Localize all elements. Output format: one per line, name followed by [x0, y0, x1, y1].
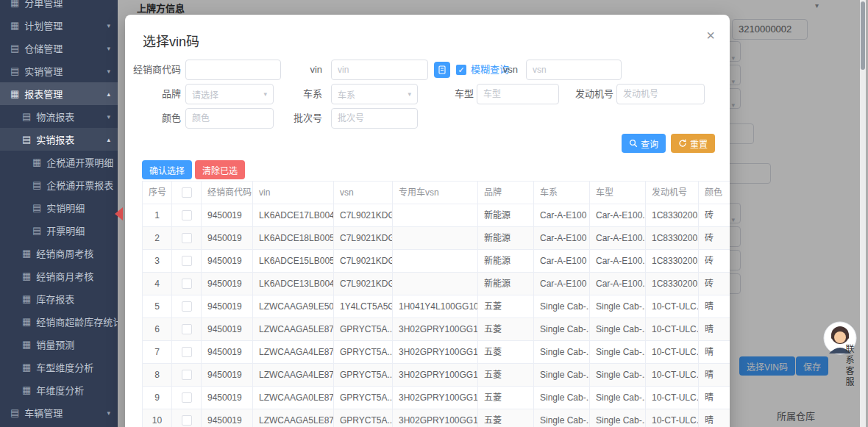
- sidebar-item-label: 实销管理: [24, 64, 63, 78]
- search-button[interactable]: 查询: [622, 134, 666, 153]
- cell-vin: LZWCAAGA5LE8758...: [253, 409, 334, 427]
- scrollbar-thumb[interactable]: [861, 1, 865, 70]
- sidebar-item-label: 计划管理: [24, 18, 63, 32]
- color-label: 颜色: [127, 108, 181, 129]
- cell-engine: 10-CT-ULC...: [646, 364, 699, 387]
- sidebar-item-sales-detail[interactable]: ▤ 实销明细: [0, 196, 118, 219]
- cell-series: Single Cab-...: [534, 295, 590, 318]
- sidebar-item-vehicle[interactable]: ▤ 车辆管理 ▾: [0, 401, 118, 424]
- select-all-checkbox[interactable]: [182, 187, 192, 198]
- sidebar-item-model-analysis[interactable]: ▦ 车型维度分析: [0, 356, 118, 378]
- dealer-code-input[interactable]: [185, 60, 281, 80]
- sidebar-item-order-split[interactable]: ▦ 分单管理: [0, 0, 118, 14]
- series-select[interactable]: 车系 ▾: [331, 84, 418, 104]
- chevron-down-icon: ▾: [107, 45, 110, 52]
- cell-vsn: GPRYCT5A...: [334, 364, 393, 387]
- row-checkbox[interactable]: [182, 415, 192, 426]
- row-checkbox[interactable]: [182, 256, 192, 266]
- series-placeholder: 车系: [338, 88, 355, 101]
- sidebar-item-logistics-report[interactable]: ▤ 物流报表 ▾: [0, 105, 118, 128]
- sidebar-item-invoice-detail[interactable]: ▦ 企税通开票明细: [0, 151, 118, 173]
- row-checkbox[interactable]: [182, 347, 192, 357]
- sidebar-item-plan[interactable]: ▦ 计划管理 ▾: [0, 14, 118, 37]
- scrollbar-track[interactable]: [860, 0, 866, 427]
- document-icon: [438, 65, 447, 74]
- sidebar-item-label: 经销商月考核: [36, 269, 93, 283]
- cell-special-vsn: 3H02GPRY100GG10...: [393, 318, 478, 341]
- cell-vin: LK6ADCE17LB004205: [253, 204, 334, 227]
- cell-color: 晴: [699, 387, 730, 409]
- sidebar-item-dealer-monthly[interactable]: ▦ 经销商月考核: [0, 265, 118, 287]
- row-checkbox[interactable]: [182, 392, 192, 403]
- reset-button-label: 重置: [690, 137, 708, 150]
- sidebar-item-billing-detail[interactable]: ▤ 开票明细: [0, 219, 118, 242]
- cell-index: 5: [143, 295, 172, 318]
- reset-button[interactable]: 重置: [671, 134, 715, 153]
- sidebar-item-year-analysis[interactable]: ▦ 年维度分析: [0, 378, 118, 401]
- sidebar-item-dealer-weekly[interactable]: ▦ 经销商周考核: [0, 242, 118, 265]
- color-input[interactable]: [185, 108, 274, 129]
- row-checkbox[interactable]: [182, 210, 192, 220]
- cell-model: Single Cab-...: [590, 295, 646, 318]
- brand-select[interactable]: 请选择 ▾: [185, 84, 274, 104]
- sidebar-item-invoice-report[interactable]: ▤ 企税通开票报表: [0, 173, 118, 196]
- vin-input[interactable]: [331, 60, 428, 80]
- sidebar-item-sales-report[interactable]: ▤ 实销报表 ▴: [0, 128, 118, 151]
- doc-icon: ▤: [22, 134, 31, 145]
- grid-icon: ▦: [10, 88, 19, 99]
- grid-icon: ▦: [10, 20, 19, 31]
- cell-special-vsn: 3H02GPRY100GG10...: [393, 364, 478, 387]
- close-icon[interactable]: ×: [706, 28, 715, 43]
- row-checkbox[interactable]: [182, 370, 192, 380]
- refresh-icon: [678, 139, 687, 148]
- cell-brand: 五菱: [478, 295, 534, 318]
- doc-icon: ▤: [10, 407, 19, 418]
- table-row: 10 9450019 LZWCAAGA5LE8758... GPRYCT5A..…: [143, 409, 730, 427]
- model-label: 车型: [446, 84, 474, 104]
- paste-list-button[interactable]: [434, 62, 450, 78]
- cell-dealer-code: 9450019: [202, 204, 253, 227]
- vsn-input[interactable]: [526, 60, 622, 80]
- cell-model: Single Cab-...: [590, 364, 646, 387]
- batch-label: 批次号: [290, 108, 322, 129]
- sidebar-item-inventory-report[interactable]: ▦ 库存报表: [0, 287, 118, 310]
- cell-vsn: C7L9021KDG: [334, 204, 393, 227]
- cell-dealer-code: 9450019: [202, 364, 253, 387]
- sidebar-item-sales[interactable]: ▤ 实销管理 ▾: [0, 60, 118, 82]
- cell-brand: 五菱: [478, 364, 534, 387]
- cell-vsn: C7L9021KDG: [334, 273, 393, 295]
- clear-selection-button[interactable]: 清除已选: [195, 160, 245, 179]
- table-row: 1 9450019 LK6ADCE17LB004205 C7L9021KDG 新…: [143, 204, 730, 227]
- batch-input[interactable]: [331, 108, 418, 129]
- cell-engine: 10-CT-ULC...: [646, 387, 699, 409]
- cell-engine: 1C8330200...: [646, 250, 699, 273]
- cell-series: Car-A-E100: [534, 227, 590, 250]
- cell-vin: LZWCAAGA0LE8758...: [253, 387, 334, 409]
- cell-checkbox: [172, 364, 202, 387]
- chevron-down-icon: ▾: [408, 90, 411, 98]
- engine-input[interactable]: [616, 84, 705, 104]
- confirm-selection-button[interactable]: 确认选择: [142, 160, 192, 179]
- sidebar-item-sales-forecast[interactable]: ▦ 销量预测: [0, 333, 118, 356]
- cell-checkbox: [172, 318, 202, 341]
- table-body: 1 9450019 LK6ADCE17LB004205 C7L9021KDG 新…: [143, 204, 730, 427]
- fuzzy-query-checkbox[interactable]: ✓: [456, 65, 466, 75]
- sidebar-collapse-handle[interactable]: [115, 207, 123, 220]
- sidebar-item-reports[interactable]: ▦ 报表管理 ▴: [0, 82, 118, 105]
- sidebar-item-overage-inventory[interactable]: ▦ 经销商超龄库存统计: [0, 310, 118, 333]
- cell-vin: LZWCAAGA4LE8758...: [253, 364, 334, 387]
- cell-engine: 1C8330200...: [646, 227, 699, 250]
- sidebar-item-label: 车辆管理: [24, 406, 63, 420]
- model-input[interactable]: [477, 84, 559, 104]
- row-checkbox[interactable]: [182, 233, 192, 243]
- customer-service-label[interactable]: 联系客服: [843, 344, 855, 388]
- cell-vin: LK6ADCE15LB005207: [253, 250, 334, 273]
- cell-checkbox: [172, 204, 202, 227]
- sidebar-item-label: 企税通开票报表: [46, 178, 113, 192]
- row-checkbox[interactable]: [182, 279, 192, 289]
- sidebar-item-partial[interactable]: ▤: [0, 424, 118, 427]
- row-checkbox[interactable]: [182, 324, 192, 334]
- row-checkbox[interactable]: [182, 301, 192, 312]
- sidebar-item-warehouse[interactable]: ▤ 仓储管理 ▾: [0, 37, 118, 60]
- cell-color: 晴: [699, 295, 730, 318]
